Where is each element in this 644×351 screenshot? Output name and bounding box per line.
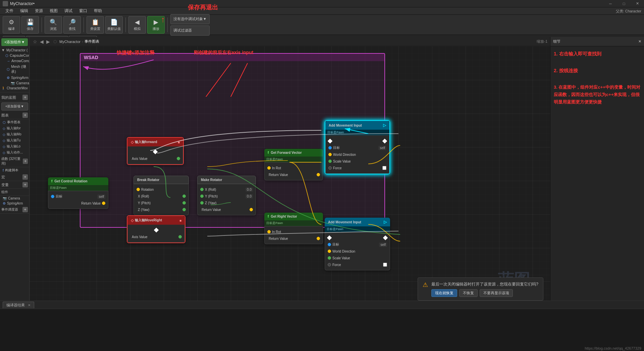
menu-view[interactable]: 视图 (47, 7, 60, 14)
force-top-checkbox[interactable] (382, 166, 386, 170)
graph-input-tu[interactable]: ◇ 输入轴Tu (0, 137, 29, 143)
component-character-movement[interactable]: 🚶 CharacterMov (0, 86, 29, 91)
event-dispatcher-header[interactable]: 事件调度器 + (0, 206, 29, 214)
node-get-forward-vector[interactable]: f Get Forward Vector 目标是Pawn In Rot Retu… (264, 149, 323, 180)
add-movement-top-title: Add Movement Input (329, 124, 362, 127)
add-graph-button[interactable]: + (22, 113, 28, 118)
graph-input-lo[interactable]: ◇ 输入轴Lo (0, 143, 29, 149)
menu-resource[interactable]: 资源 (32, 7, 46, 14)
component-mesh[interactable]: ⬡ Mesh (继承) (0, 63, 29, 75)
camera-label: Camera (16, 81, 29, 85)
compile-button[interactable]: ⚙ 编译 (3, 16, 20, 34)
component-springarm[interactable]: ⚙ SpringArm (0, 75, 29, 80)
variable-section-header[interactable]: 变量 + (0, 181, 29, 189)
save-label: 保存 (27, 27, 34, 31)
node-get-control-rotation[interactable]: f Get Control Rotation 目标是Pawn 目标 self R… (48, 177, 108, 209)
function-section-header[interactable]: 函数 (32可重用) + (0, 156, 29, 167)
breadcrumb-class[interactable]: MyCharactor (59, 40, 80, 44)
breadcrumb-grid-icon: ⬡ (53, 39, 57, 44)
bookmark-icon[interactable]: ☆ (32, 38, 38, 45)
left-sidebar: +添加组件▼ ▼ MyCharactor ( ⬡ CapsuleComp → A… (0, 37, 30, 301)
variable-camera[interactable]: 📷 Camera (0, 196, 29, 201)
node-input-moveright[interactable]: ◇ 输入轴MoveRight ■ Axis Value (127, 215, 185, 243)
no-restore-button[interactable]: 不恢复 (459, 289, 478, 297)
return-label: Return Value (51, 202, 102, 205)
title-bar: MyCharactor• 父类: Character ─ □ ✕ (0, 0, 644, 7)
xroll-in-pin (200, 188, 204, 191)
zoom-label: 缩放-1 (537, 39, 547, 44)
menu-help[interactable]: 帮助 (91, 7, 105, 14)
add-variable-button[interactable]: + (22, 182, 28, 187)
toolbar-separator-3 (125, 17, 126, 32)
save-button[interactable]: 💾 保存 (21, 16, 39, 34)
menu-bar: 文件 编辑 资源 视图 调试 窗口 帮助 (0, 7, 644, 15)
node-input-forward[interactable]: ◇ 输入轴forward ■ Axis Value (127, 137, 184, 165)
add-blueprint-button[interactable]: + (22, 95, 28, 100)
browse-button[interactable]: 🔍 浏览 (45, 16, 62, 34)
menu-edit[interactable]: 编辑 (17, 7, 31, 14)
get-control-rotation-title: Get Control Rotation (54, 179, 87, 183)
compiler-results-tab[interactable]: 编译器结果 ✕ (3, 302, 34, 308)
node-break-rotator[interactable]: Break Rotator Rotation X (Roll) Y (Pitch… (133, 176, 189, 215)
component-capsule[interactable]: ⬡ CapsuleComp (0, 53, 29, 58)
graph-input-forward[interactable]: ◇ 输入轴for (0, 125, 29, 131)
notification-message: 最后一次关闭编辑器时打开了该资源，您现在要回复它们吗? (431, 281, 538, 287)
target-top-label: 目标 (332, 145, 378, 150)
blueprint-canvas-area[interactable]: ☆ ◀ ▶ ⬡ MyCharactor › 事件图表 缩放-1 (30, 37, 550, 301)
add-function-button[interactable]: + (23, 159, 28, 164)
breadcrumb-nav: ☆ ◀ ▶ ⬡ MyCharactor › 事件图表 (32, 38, 99, 45)
menu-debug[interactable]: 调试 (62, 7, 75, 14)
roll-label: X (Roll) (137, 194, 182, 198)
target-label: 目标 (54, 194, 97, 199)
graph-input-action[interactable]: ◇ 输入动作... (0, 149, 29, 156)
pin-force-bottom: Force (325, 261, 390, 268)
pin-scale-top: Scale Value (326, 158, 389, 165)
never-show-button[interactable]: 不要再显示该项 (480, 289, 513, 297)
variable-springarm[interactable]: ⚙ SpringArm (0, 201, 29, 206)
component-tree-root[interactable]: ▼ MyCharactor ( (0, 47, 29, 53)
construction-script-item[interactable]: f 构建脚本 (0, 167, 29, 173)
find-button[interactable]: 🔎 查找 (63, 16, 81, 34)
add-movement-top-triangle: ▷ (383, 123, 386, 128)
restore-now-button[interactable]: 现在就恢复 (431, 289, 457, 297)
world-dir-top-pin (328, 153, 332, 156)
compiler-results-close[interactable]: ✕ (28, 303, 31, 307)
graph-input-mo[interactable]: ◇ 输入轴Mo (0, 131, 29, 137)
maximize-button[interactable]: □ (617, 0, 631, 7)
node-add-movement-input-bottom[interactable]: Add Movement Input ▷ 目标是Pawn 目标 self Wor… (325, 218, 390, 270)
graph-section-header[interactable]: 图表 + (0, 112, 29, 119)
right-panel-collapse[interactable]: ✕ (638, 39, 641, 44)
macro-section-header[interactable]: 宏 + (0, 173, 29, 181)
my-blueprints-header[interactable]: 我的蓝图 + (0, 94, 29, 101)
node-get-right-vector[interactable]: f Get Right Vector 目标是Pawn In Rot Return… (264, 213, 323, 244)
add-component-button[interactable]: +添加组件▼ (1, 38, 28, 46)
component-camera[interactable]: 📷 Camera (0, 80, 29, 86)
graph-section-label: 图表 (1, 113, 9, 118)
inrot-right-label: In Rot (271, 230, 320, 234)
menu-file[interactable]: 文件 (3, 7, 16, 14)
breadcrumb-current[interactable]: 事件图表 (85, 39, 99, 44)
class-defaults-button[interactable]: 📄 类默认值 (105, 16, 123, 34)
minimize-button[interactable]: ─ (604, 0, 617, 7)
graph-event-chart[interactable]: ⬡ 事件图表 (0, 119, 29, 125)
exec-out-bottom-pin (383, 235, 388, 240)
component-arrow[interactable]: → ArrowComp (0, 58, 29, 63)
class-settings-button[interactable]: 📋 类设置 (87, 16, 104, 34)
debug-object-dropdown[interactable]: 没有选中调试对象▼ (170, 14, 210, 24)
node-make-rotator[interactable]: Make Rotator X (Roll) 0.0 Y (Pitch) 0.0 … (197, 176, 256, 215)
play-button[interactable]: ▶ 播放 (147, 16, 165, 34)
add-new-item-button[interactable]: +添加新项▼ (1, 102, 28, 111)
simulate-button[interactable]: ◀ 模拟 (128, 16, 146, 34)
back-button[interactable]: ◀ (39, 38, 44, 45)
add-macro-button[interactable]: + (22, 174, 28, 180)
add-dispatcher-button[interactable]: + (22, 207, 28, 212)
blueprint-canvas[interactable]: WSAD 快捷键c添加注释 刚创建的前后左右axis input (30, 46, 550, 301)
debug-filter-dropdown[interactable]: 调试过滤器 (170, 26, 210, 36)
menu-window[interactable]: 窗口 (76, 7, 90, 14)
node-add-movement-input-top[interactable]: Add Movement Input ▷ 目标是Pawn 目标 self Wor… (325, 120, 390, 174)
close-button[interactable]: ✕ (631, 0, 644, 7)
play-label: 播放 (153, 27, 159, 31)
exec-out-pin (153, 149, 158, 154)
forward-button[interactable]: ▶ (46, 38, 51, 45)
force-bottom-checkbox[interactable] (383, 263, 387, 267)
